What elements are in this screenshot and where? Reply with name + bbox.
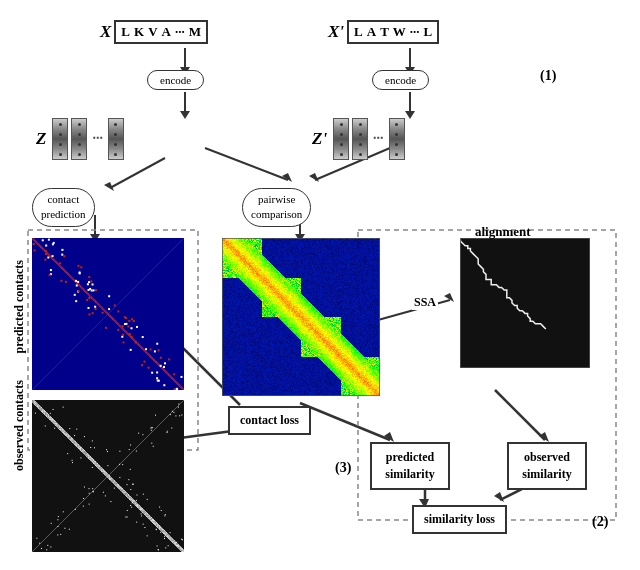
encode-label-1: encode [147,70,204,90]
svg-marker-3 [180,111,190,119]
label-2: (2) [592,514,608,530]
xp-l3: T [380,24,389,40]
svg-line-8 [110,158,165,188]
pairwise-comparison-bubble: pairwisecomparison [242,188,311,227]
svg-marker-14 [282,173,292,182]
xp-l2: A [367,24,376,40]
observed-similarity-label: observedsimilarity [507,442,587,490]
x-sequence-box: L K V A ··· M [114,20,208,44]
encode-bubble-1: encode [147,70,204,90]
predicted-similarity-label: predictedsimilarity [370,442,450,490]
x-sequence-group: X L K V A ··· M [100,20,208,44]
xprime-sequence-box: L A T W ··· L [347,20,439,44]
ssa-label: SSA [412,295,438,310]
full-diagram: X L K V A ··· M X' L A T W [10,10,630,560]
svg-marker-30 [494,492,504,502]
heatmap-matrix [222,238,380,396]
observed-similarity-box: observedsimilarity [507,442,587,490]
z-group: Z ··· [36,118,124,160]
x-dots: ··· [175,24,185,40]
xprime-label: X' [328,22,344,42]
predicted-similarity-box: predictedsimilarity [370,442,450,490]
zprime-group: Z' ··· [312,118,405,160]
pairwise-comparison-label: pairwisecomparison [242,188,311,227]
svg-marker-24 [384,432,394,442]
xprime-sequence-group: X' L A T W ··· L [328,20,439,44]
svg-marker-9 [104,182,114,191]
encode-bubble-2: encode [372,70,429,90]
x-l5: M [189,24,201,40]
alignment-label: alignment [475,224,531,240]
svg-line-25 [495,390,545,440]
predicted-contacts-label: predicted contacts [12,260,27,353]
contact-loss-label: contact loss [228,406,311,435]
similarity-loss-box: similarity loss [412,505,507,534]
xp-dots: ··· [410,24,420,40]
svg-marker-19 [444,293,454,302]
label-1: (1) [540,68,556,84]
svg-marker-15 [309,173,319,182]
encode-label-2: encode [372,70,429,90]
z-label: Z [36,129,46,149]
contact-loss-box: contact loss [228,406,311,435]
observed-contacts-matrix [32,400,184,552]
svg-marker-26 [539,432,549,442]
x-l3: V [148,24,157,40]
alignment-matrix [460,238,590,368]
xp-l4: W [393,24,406,40]
x-l4: A [162,24,171,40]
zprime-embeddings: ··· [333,118,405,160]
predicted-contacts-matrix [32,238,184,390]
similarity-loss-label: similarity loss [412,505,507,534]
diagram-container: X L K V A ··· M X' L A T W [0,0,640,570]
label-3: (3) [335,460,351,476]
contact-prediction-label: contactprediction [32,188,95,227]
svg-line-23 [300,403,390,440]
xp-l1: L [354,24,363,40]
z-embeddings: ··· [52,118,124,160]
svg-marker-7 [405,111,415,119]
xp-l5: L [424,24,433,40]
contact-prediction-bubble: contactprediction [32,188,95,227]
x-l1: L [121,24,130,40]
x-l2: K [134,24,144,40]
observed-contacts-label: observed contacts [12,380,27,471]
svg-line-12 [205,148,288,180]
x-label: X [100,22,111,42]
zprime-label: Z' [312,129,327,149]
